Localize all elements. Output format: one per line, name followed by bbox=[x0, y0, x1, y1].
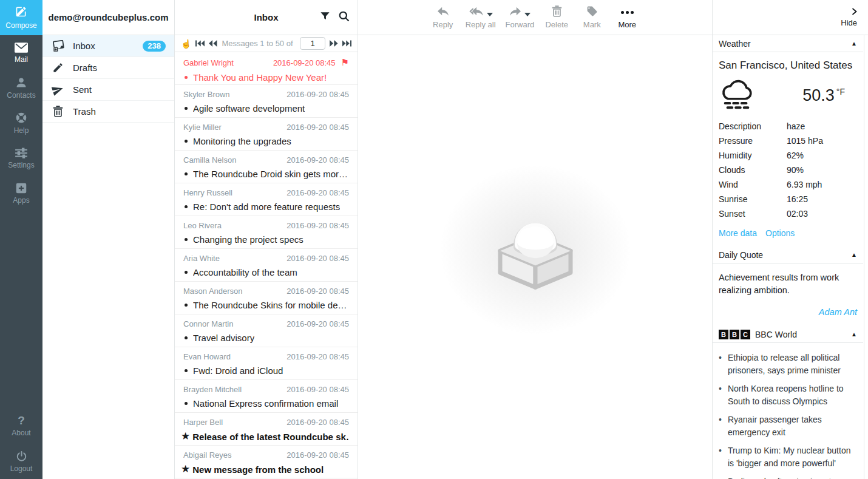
widgets-scrollbar-gutter[interactable] bbox=[864, 35, 868, 479]
delete-button[interactable]: Delete bbox=[544, 5, 569, 29]
quote-author[interactable]: Adam Ant bbox=[719, 306, 857, 319]
unread-dot-icon bbox=[185, 172, 188, 175]
dropdown-caret-icon[interactable] bbox=[487, 13, 493, 16]
folder-label: Trash bbox=[73, 106, 96, 117]
message-row[interactable]: Mason Anderson 2016-09-20 08:45 ⚑ ★ The … bbox=[175, 282, 358, 314]
temperature-unit: °F bbox=[836, 87, 845, 97]
more-button[interactable]: More bbox=[614, 5, 640, 29]
folder-trash[interactable]: Trash bbox=[42, 101, 174, 123]
message-row[interactable]: Brayden Mitchell 2016-09-20 08:45 ⚑ ★ Na… bbox=[175, 380, 358, 413]
weather-detail-label: Wind bbox=[719, 180, 787, 189]
sidebar-item-settings[interactable]: Settings bbox=[0, 141, 42, 176]
message-row[interactable]: Skyler Brown 2016-09-20 08:45 ⚑ ★ Agile … bbox=[175, 85, 358, 118]
weather-detail-row: Clouds 90% bbox=[719, 163, 857, 177]
message-row[interactable]: Evan Howard 2016-09-20 08:45 ⚑ ★ Fwd: Dr… bbox=[175, 347, 358, 380]
message-row[interactable]: Abigail Reyes 2016-09-20 08:45 ⚑ ★ New m… bbox=[175, 446, 358, 478]
message-rows: Gabriel Wright 2016-09-20 08:45 ⚑ ★ Than… bbox=[175, 52, 358, 479]
news-headline[interactable]: • Berlin reels after nine inmates escape… bbox=[719, 475, 858, 479]
dropdown-caret-icon[interactable] bbox=[524, 13, 531, 16]
message-row[interactable]: Camilla Nelson 2016-09-20 08:45 ⚑ ★ The … bbox=[175, 151, 358, 183]
unread-dot-icon bbox=[185, 205, 188, 208]
message-date: 2016-09-20 08:45 bbox=[287, 221, 349, 230]
message-row[interactable]: Harper Bell 2016-09-20 08:45 ⚑ ★ Release… bbox=[175, 413, 358, 446]
reply-icon bbox=[436, 6, 450, 19]
news-headline[interactable]: • North Korea reopens hotline to South t… bbox=[719, 382, 858, 408]
contacts-icon bbox=[15, 76, 27, 89]
sidebar-item-label: Apps bbox=[13, 196, 29, 205]
weather-detail-row: Humidity 62% bbox=[719, 148, 857, 163]
quote-section-header[interactable]: Daily Quote ▲ bbox=[713, 246, 863, 263]
mark-button[interactable]: Mark bbox=[579, 5, 605, 29]
folder-inbox[interactable]: Inbox 238 bbox=[42, 35, 174, 57]
message-row[interactable]: Gabriel Wright 2016-09-20 08:45 ⚑ ★ Than… bbox=[175, 52, 358, 85]
hand-pointer-icon: ☝ bbox=[181, 39, 191, 49]
folder-drafts[interactable]: Drafts bbox=[42, 57, 174, 79]
next-page-button[interactable] bbox=[330, 40, 338, 47]
message-row[interactable]: Aria White 2016-09-20 08:45 ⚑ ★ Accounta… bbox=[175, 249, 358, 282]
sidebar-item-mail[interactable]: Mail bbox=[0, 35, 42, 70]
power-icon bbox=[16, 450, 27, 462]
trash-icon bbox=[552, 5, 562, 19]
message-row[interactable]: Kylie Miller 2016-09-20 08:45 ⚑ ★ Monito… bbox=[175, 118, 358, 151]
sidebar-item-about[interactable]: ? About bbox=[0, 409, 42, 444]
temperature-reading: 50.3°F bbox=[802, 86, 857, 105]
message-row[interactable]: Connor Martin 2016-09-20 08:45 ⚑ ★ Trave… bbox=[175, 314, 358, 347]
sidebar-spacer bbox=[0, 211, 42, 409]
message-date: 2016-09-20 08:45 bbox=[287, 418, 349, 427]
previous-page-button[interactable] bbox=[209, 40, 217, 47]
weather-location: San Francisco, United States bbox=[719, 59, 857, 72]
message-subject: Agile software development bbox=[193, 103, 305, 114]
folder-label: Sent bbox=[73, 84, 92, 95]
weather-detail-value: 62% bbox=[787, 151, 804, 160]
sidebar-item-help[interactable]: Help bbox=[0, 106, 42, 141]
unread-dot-icon bbox=[185, 402, 188, 405]
message-list-panel: Inbox ☝ Messages 1 to 50 of … bbox=[175, 0, 358, 479]
news-section-header[interactable]: BBC BBC World ▲ bbox=[713, 326, 863, 343]
sidebar-item-contacts[interactable]: Contacts bbox=[0, 70, 42, 106]
message-sender: Henry Russell bbox=[183, 188, 287, 197]
bullet-icon: • bbox=[719, 444, 722, 470]
forward-button[interactable]: Forward bbox=[506, 5, 535, 29]
news-headline[interactable]: • Ethiopia to release all political pris… bbox=[719, 352, 858, 377]
unread-dot-icon bbox=[185, 336, 188, 339]
reply-all-button[interactable]: Reply all bbox=[466, 5, 496, 29]
unread-count-badge: 238 bbox=[143, 41, 166, 52]
message-date: 2016-09-20 08:45 bbox=[287, 450, 349, 460]
first-page-button[interactable] bbox=[195, 40, 205, 47]
page-number-input[interactable] bbox=[300, 37, 325, 50]
more-data-link[interactable]: More data bbox=[719, 228, 757, 238]
search-icon[interactable] bbox=[338, 10, 350, 24]
collapse-triangle-icon: ▲ bbox=[851, 251, 857, 258]
weather-detail-value: 02:03 bbox=[787, 209, 808, 219]
reply-button[interactable]: Reply bbox=[430, 5, 456, 29]
life-ring-icon bbox=[15, 112, 27, 124]
collapse-triangle-icon: ▲ bbox=[851, 40, 857, 47]
roundcube-logo-watermark bbox=[426, 152, 645, 347]
temperature-value: 50.3 bbox=[802, 86, 835, 104]
hide-panel-button[interactable]: Hide bbox=[713, 0, 868, 35]
compose-button[interactable]: Compose bbox=[0, 0, 42, 35]
filter-icon[interactable] bbox=[319, 10, 331, 24]
daily-quote-widget: Achievement results from work realizing … bbox=[713, 263, 863, 326]
options-link[interactable]: Options bbox=[765, 228, 795, 238]
widgets-panel: Hide Weather ▲ San Francisco, United Sta… bbox=[712, 0, 868, 479]
news-headline[interactable]: • Ryanair passenger takes emergency exit bbox=[719, 413, 858, 439]
message-row[interactable]: Leo Rivera 2016-09-20 08:45 ⚑ ★ Changing… bbox=[175, 216, 358, 249]
collapse-triangle-icon: ▲ bbox=[851, 331, 857, 338]
folder-sent[interactable]: Sent bbox=[42, 79, 174, 101]
bullet-icon: • bbox=[719, 382, 722, 408]
last-page-button[interactable] bbox=[342, 40, 351, 47]
roundcube-app: Compose Mail Contacts Help Settings bbox=[0, 0, 868, 479]
news-headline[interactable]: • Trump to Kim: My nuclear button is 'bi… bbox=[719, 444, 858, 470]
weather-detail-row: Sunrise 16:25 bbox=[719, 192, 857, 206]
weather-section-header[interactable]: Weather ▲ bbox=[713, 35, 863, 52]
message-subject: Thank You and Happy New Year! bbox=[193, 72, 327, 83]
compose-label: Compose bbox=[5, 21, 36, 30]
forward-icon bbox=[509, 6, 522, 19]
message-row[interactable]: Henry Russell 2016-09-20 08:45 ⚑ ★ Re: D… bbox=[175, 183, 358, 216]
sidebar-item-apps[interactable]: Apps bbox=[0, 176, 42, 211]
news-headline-text: Ryanair passenger takes emergency exit bbox=[728, 413, 858, 439]
message-sender: Aria White bbox=[183, 254, 287, 263]
sidebar-item-label: Logout bbox=[10, 464, 33, 473]
sidebar-item-logout[interactable]: Logout bbox=[0, 444, 42, 479]
